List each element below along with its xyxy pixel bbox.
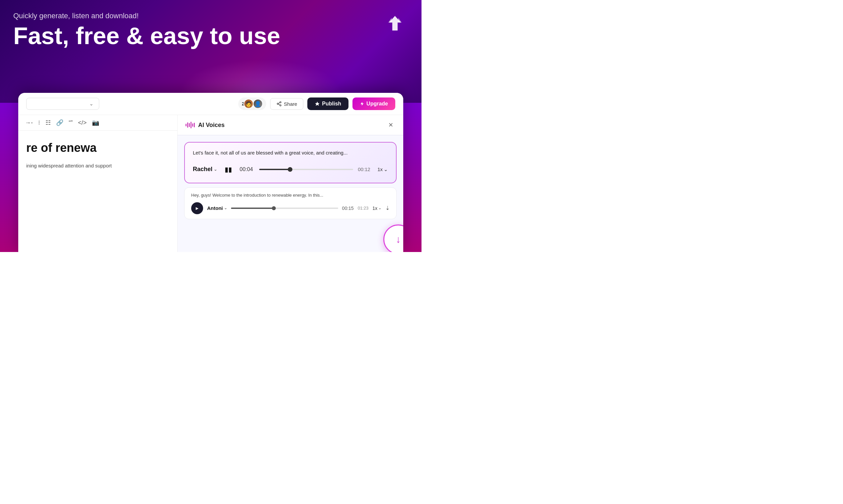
download-circle-button[interactable]: ↓ [383, 224, 403, 252]
voice-chevron-2: ⌄ [224, 206, 227, 210]
progress-bar-1[interactable] [259, 169, 353, 170]
voice-selector-2[interactable]: Antoni ⌄ [207, 205, 227, 211]
svg-line-3 [278, 104, 280, 105]
logo [385, 13, 405, 35]
share-button[interactable]: Share [270, 98, 303, 110]
speed-chevron-1: ⌄ [384, 166, 388, 173]
ai-voices-title: AI Voices [198, 122, 225, 129]
avatar-2: 👤 [253, 99, 263, 109]
svg-point-1 [277, 103, 278, 105]
document-dropdown[interactable]: ⌄ [26, 98, 99, 110]
ai-voices-panel: AI Voices ✕ Let's face it, not all of us… [177, 115, 403, 252]
code-icon[interactable]: </> [78, 119, 87, 126]
audio-controls-2: ► Antoni ⌄ 00:15 01:23 1x ⌄ [191, 202, 390, 214]
publish-label: Publish [322, 101, 341, 107]
close-button[interactable]: ✕ [386, 120, 395, 130]
svg-line-4 [278, 103, 280, 104]
progress-thumb-2 [272, 206, 276, 210]
audio-card-1: Let's face it, not all of us are blessed… [184, 142, 397, 183]
speed-value-2: 1x [372, 205, 377, 211]
hero-section: Quickly generate, listen and download! F… [13, 12, 280, 49]
avatar-1: 🧑 [244, 99, 254, 109]
left-panel: →‐ ⁝ ☷ 🔗 “” </> 📷 re of renewa ining wid… [18, 115, 177, 252]
audio-card-1-text: Let's face it, not all of us are blessed… [193, 149, 388, 157]
play-button-2[interactable]: ► [191, 202, 203, 214]
image-icon[interactable]: 📷 [92, 119, 99, 126]
download-arrow-icon: ↓ [396, 234, 401, 245]
heading-text: re of renewa [26, 141, 169, 155]
audio-card-2-text: Hey, guys! Welcome to the introduction t… [191, 192, 390, 198]
time-current-1: 00:04 [240, 166, 255, 173]
upgrade-button[interactable]: Upgrade [352, 97, 395, 110]
collaborators-badge: 2 🧑 👤 [238, 97, 266, 110]
align-left-icon[interactable]: →‐ [25, 119, 33, 126]
quote-icon[interactable]: “” [69, 119, 73, 126]
publish-icon [315, 101, 320, 106]
speed-value-1: 1x [377, 166, 383, 172]
audio-card-2: Hey, guys! Welcome to the introduction t… [184, 187, 397, 219]
progress-fill-2 [231, 208, 274, 209]
editor-area: →‐ ⁝ ☷ 🔗 “” </> 📷 re of renewa ining wid… [18, 115, 403, 252]
speed-selector-2[interactable]: 1x ⌄ [372, 205, 381, 211]
toolbar: ⌄ 2 🧑 👤 Share Publish [18, 93, 403, 115]
numbered-list-icon[interactable]: ☷ [46, 119, 51, 126]
progress-bar-2[interactable] [231, 208, 338, 209]
bolt-icon [360, 102, 364, 106]
svg-point-0 [280, 102, 281, 103]
body-text: ining widespread attention and support [26, 163, 169, 168]
link-icon[interactable]: 🔗 [56, 119, 63, 126]
download-icon-2[interactable]: ⇣ [385, 205, 390, 211]
bullet-list-icon[interactable]: ⁝ [38, 119, 40, 126]
hero-subtitle: Quickly generate, listen and download! [13, 12, 280, 20]
hero-title: Fast, free & easy to use [13, 23, 280, 49]
voice-selector-1[interactable]: Rachel ⌄ [193, 166, 217, 173]
pause-button-1[interactable]: ▮▮ [222, 163, 235, 176]
upgrade-label: Upgrade [366, 101, 388, 107]
voice-name-2: Antoni [207, 205, 223, 211]
chevron-down-icon: ⌄ [89, 101, 93, 107]
ai-voices-header: AI Voices ✕ [177, 115, 403, 135]
speed-selector-1[interactable]: 1x ⌄ [377, 166, 388, 173]
editor-content[interactable]: re of renewa ining widespread attention … [18, 131, 177, 252]
ui-panel: ⌄ 2 🧑 👤 Share Publish [18, 93, 403, 252]
share-label: Share [284, 101, 297, 107]
svg-point-2 [280, 105, 281, 106]
audio-controls-1: Rachel ⌄ ▮▮ 00:04 00:12 1x ⌄ [193, 163, 388, 176]
share-icon [276, 101, 282, 106]
time-current-2: 00:15 [342, 205, 354, 211]
time-total-2: 01:23 [358, 205, 369, 211]
waveform-icon [186, 122, 195, 128]
progress-thumb-1 [288, 167, 292, 172]
progress-fill-1 [259, 169, 290, 170]
publish-button[interactable]: Publish [307, 97, 348, 110]
voice-name-1: Rachel [193, 166, 212, 173]
speed-chevron-2: ⌄ [378, 206, 381, 210]
time-total-1: 00:12 [358, 166, 373, 172]
format-toolbar: →‐ ⁝ ☷ 🔗 “” </> 📷 [18, 115, 177, 131]
voice-chevron-1: ⌄ [214, 167, 217, 172]
